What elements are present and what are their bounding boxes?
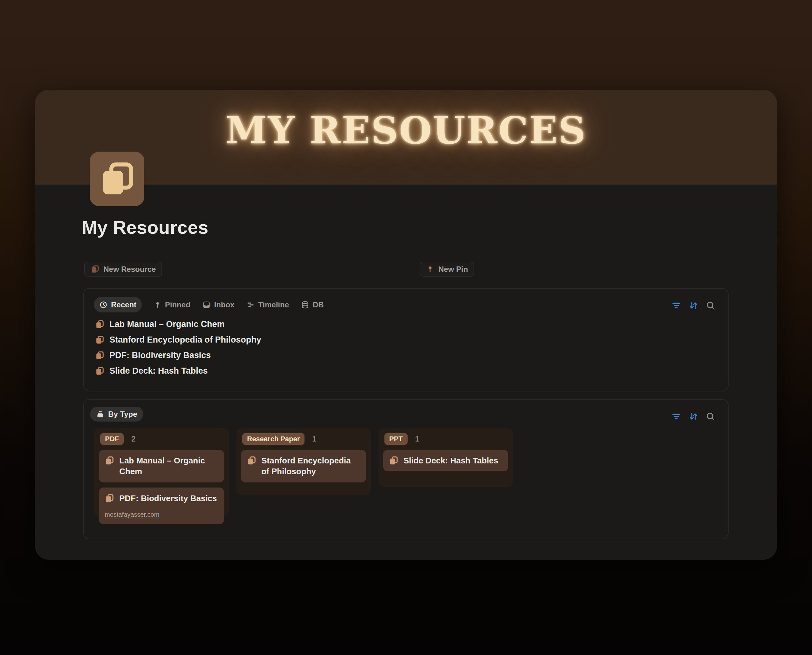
board-card[interactable]: Stanford Encyclopedia of Philosophy <box>241 450 366 483</box>
copy-icon <box>389 455 398 465</box>
timeline-icon <box>246 301 255 309</box>
board-column-ppt: PPT 1 Slide Deck: Hash Tables <box>378 428 513 487</box>
filter-icon[interactable] <box>672 412 681 421</box>
recent-toolbar <box>672 301 715 310</box>
copy-icon <box>95 351 105 360</box>
tab-db[interactable]: DB <box>301 300 324 309</box>
list-item-title: Slide Deck: Hash Tables <box>109 366 208 376</box>
list-item-title: Stanford Encyclopedia of Philosophy <box>109 335 261 345</box>
copy-icon <box>247 455 256 465</box>
column-count: 1 <box>415 435 419 443</box>
by-type-panel: By Type <box>83 399 729 539</box>
column-count: 1 <box>312 435 316 443</box>
search-icon[interactable] <box>706 301 715 310</box>
board-card[interactable]: Slide Deck: Hash Tables <box>383 450 508 471</box>
type-chip[interactable]: Research Paper <box>242 433 304 445</box>
database-icon <box>301 301 309 309</box>
tab-label: DB <box>313 300 324 309</box>
new-pin-label: New Pin <box>438 265 468 274</box>
view-pill-label: By Type <box>108 410 137 419</box>
column-header: PPT 1 <box>383 433 508 445</box>
tab-recent[interactable]: Recent <box>94 297 142 312</box>
list-item[interactable]: Slide Deck: Hash Tables <box>95 363 709 379</box>
list-item[interactable]: Lab Manual – Organic Chem <box>95 317 709 332</box>
board-column-pdf: PDF 2 Lab Manual – Organic Chem <box>94 428 229 516</box>
list-item-title: Lab Manual – Organic Chem <box>109 320 225 329</box>
type-chip[interactable]: PDF <box>100 433 124 445</box>
sort-arrows-icon[interactable] <box>689 301 698 310</box>
board-card[interactable]: PDF: Biodiversity Basics mostafayasser.c… <box>99 487 224 524</box>
board-view: PDF 2 Lab Manual – Organic Chem <box>94 428 513 516</box>
sort-arrows-icon[interactable] <box>689 412 698 421</box>
stack-icon <box>96 410 105 418</box>
tab-label: Timeline <box>258 300 289 309</box>
tab-inbox[interactable]: Inbox <box>202 300 234 309</box>
new-resource-button[interactable]: New Resource <box>85 262 162 277</box>
copy-icon <box>95 335 105 344</box>
column-header: PDF 2 <box>99 433 224 445</box>
filter-icon[interactable] <box>672 301 681 310</box>
card-title: Slide Deck: Hash Tables <box>403 455 498 466</box>
page-icon[interactable] <box>90 152 144 206</box>
page-title[interactable]: My Resources <box>82 217 208 238</box>
by-type-toolbar <box>672 412 715 421</box>
card-link[interactable]: mostafayasser.com <box>105 510 159 519</box>
copy-icon <box>95 366 105 375</box>
card-title: PDF: Biodiversity Basics <box>119 493 217 504</box>
new-pin-button[interactable]: New Pin <box>420 262 474 277</box>
column-header: Research Paper 1 <box>241 433 366 445</box>
copy-icon <box>105 455 114 465</box>
copy-icon <box>105 493 114 503</box>
page-card: MY RESOURCES My Resources New Resource N… <box>35 90 777 560</box>
column-count: 2 <box>131 435 135 443</box>
recent-list: Lab Manual – Organic Chem Stanford Encyc… <box>95 317 709 379</box>
tab-label: Pinned <box>165 300 190 309</box>
recent-panel: Recent Pinned Inbox <box>83 288 729 391</box>
tab-by-type[interactable]: By Type <box>90 407 143 421</box>
tab-pinned[interactable]: Pinned <box>154 300 190 309</box>
tab-label: Recent <box>111 300 136 309</box>
copy-icon <box>98 160 136 198</box>
list-item-title: PDF: Biodiversity Basics <box>109 351 211 360</box>
new-resource-label: New Resource <box>103 265 156 274</box>
banner-title: MY RESOURCES <box>35 108 777 152</box>
inbox-icon <box>202 301 211 309</box>
card-title: Lab Manual – Organic Chem <box>119 455 218 477</box>
search-icon[interactable] <box>706 412 715 421</box>
card-title: Stanford Encyclopedia of Philosophy <box>261 455 360 477</box>
tab-timeline[interactable]: Timeline <box>246 300 289 309</box>
pin-icon <box>154 301 161 309</box>
copy-icon <box>91 265 99 274</box>
copy-icon <box>95 320 105 329</box>
type-chip[interactable]: PPT <box>384 433 408 445</box>
list-item[interactable]: PDF: Biodiversity Basics <box>95 347 709 363</box>
tab-label: Inbox <box>214 300 234 309</box>
board-column-research-paper: Research Paper 1 Stanford Encyclopedia o… <box>236 428 371 495</box>
pin-icon <box>426 265 434 274</box>
list-item[interactable]: Stanford Encyclopedia of Philosophy <box>95 332 709 347</box>
clock-icon <box>99 301 108 309</box>
view-tabs: Recent Pinned Inbox <box>94 297 324 312</box>
board-card[interactable]: Lab Manual – Organic Chem <box>99 450 224 483</box>
